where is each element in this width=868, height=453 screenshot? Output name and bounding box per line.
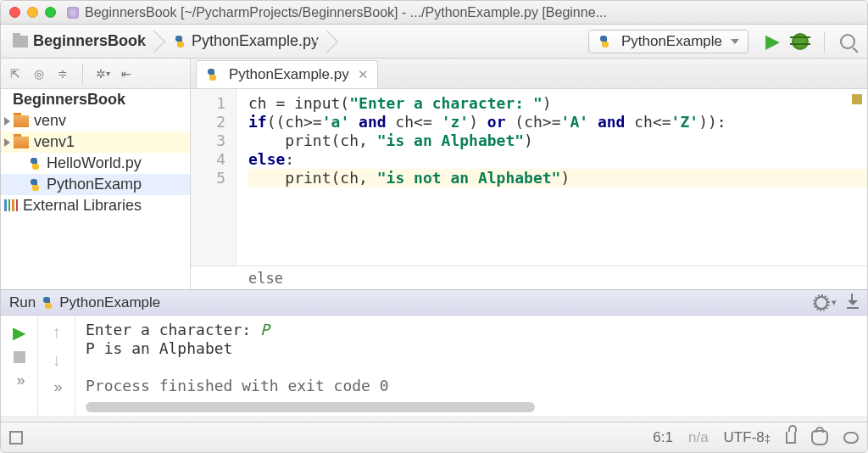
close-window-button[interactable] bbox=[9, 7, 20, 18]
debug-button[interactable] bbox=[792, 33, 809, 50]
run-tool-window: Run PythonExample ▾ ▶ » ↑ ↓ » Enter a ch… bbox=[1, 289, 867, 416]
run-header-title: Run bbox=[9, 294, 36, 311]
tree-external-libraries[interactable]: External Libraries bbox=[1, 195, 190, 216]
tree-file-helloworld[interactable]: HelloWorld.py bbox=[1, 153, 190, 174]
tree-item-label: venv bbox=[34, 112, 66, 130]
tree-item-label: venv1 bbox=[34, 133, 75, 151]
close-tab-icon[interactable]: ✕ bbox=[358, 67, 369, 82]
cursor-position[interactable]: 6:1 bbox=[653, 429, 673, 446]
editor-body[interactable]: 1 2 3 4 5 ch = input("Enter a character:… bbox=[191, 89, 867, 266]
editor-breadcrumb[interactable]: else bbox=[191, 266, 867, 289]
breadcrumb-file-label: PythonExample.py bbox=[192, 32, 319, 50]
rerun-button[interactable]: ▶ bbox=[13, 322, 25, 343]
editor-tab-label: PythonExample.py bbox=[229, 66, 349, 83]
line-separator[interactable]: n/a bbox=[688, 429, 709, 446]
settings-icon[interactable]: ✲▾ bbox=[95, 66, 110, 81]
python-file-icon bbox=[28, 178, 42, 192]
python-file-icon bbox=[41, 296, 54, 310]
run-header-config: PythonExample bbox=[59, 294, 160, 311]
window-controls bbox=[9, 7, 56, 18]
stop-button[interactable] bbox=[14, 351, 25, 363]
tree-root[interactable]: BeginnersBook bbox=[1, 89, 190, 110]
python-file-icon bbox=[598, 35, 611, 48]
console-prompt: Enter a character: bbox=[86, 321, 260, 338]
console-result: P is an Alphabet bbox=[86, 339, 857, 358]
expand-icon[interactable] bbox=[4, 117, 10, 126]
line-number: 3 bbox=[191, 131, 225, 150]
console-exit: Process finished with exit code 0 bbox=[86, 377, 857, 395]
run-config-label: PythonExample bbox=[621, 33, 722, 50]
gutter: 1 2 3 4 5 bbox=[191, 89, 236, 266]
python-file-icon bbox=[28, 157, 42, 171]
editor-tab[interactable]: PythonExample.py ✕ bbox=[196, 60, 378, 88]
hide-icon[interactable]: ⇤ bbox=[119, 66, 134, 81]
line-number: 4 bbox=[191, 150, 225, 169]
tree-file-pythonexample[interactable]: PythonExamp bbox=[1, 174, 190, 195]
editor-area: PythonExample.py ✕ 1 2 3 4 5 ch = input(… bbox=[191, 59, 867, 289]
folder-icon bbox=[13, 36, 28, 48]
chat-icon[interactable] bbox=[843, 432, 859, 444]
inspector-icon[interactable] bbox=[811, 430, 828, 445]
target-icon[interactable]: ◎ bbox=[31, 66, 47, 81]
run-controls-primary: ▶ » bbox=[1, 316, 38, 416]
lock-icon[interactable] bbox=[786, 432, 796, 444]
search-icon[interactable] bbox=[840, 34, 855, 49]
breadcrumb-file[interactable]: PythonExample.py bbox=[168, 29, 327, 53]
code-area[interactable]: ch = input("Enter a character: ") if((ch… bbox=[236, 89, 867, 266]
line-number: 1 bbox=[191, 94, 225, 113]
line-number: 2 bbox=[191, 113, 225, 131]
line-number: 5 bbox=[191, 169, 225, 187]
gear-icon[interactable] bbox=[815, 296, 828, 310]
down-button[interactable]: ↓ bbox=[53, 350, 61, 370]
tree-item-label: External Libraries bbox=[23, 197, 142, 215]
more-button[interactable]: » bbox=[16, 372, 21, 389]
console-input: P bbox=[260, 321, 270, 338]
breadcrumb-project[interactable]: BeginnersBook bbox=[8, 29, 154, 53]
folder-icon bbox=[14, 137, 29, 148]
expand-icon[interactable] bbox=[4, 138, 10, 147]
run-controls-secondary: ↑ ↓ » bbox=[38, 316, 75, 416]
tree-item-label: HelloWorld.py bbox=[47, 154, 142, 172]
tree-folder-venv[interactable]: venv bbox=[1, 110, 190, 131]
download-icon[interactable] bbox=[847, 297, 859, 309]
tree-root-label: BeginnersBook bbox=[13, 91, 125, 109]
app-icon bbox=[66, 6, 80, 20]
warning-marker[interactable] bbox=[852, 94, 862, 104]
project-tree: BeginnersBook venv venv1 HelloWorld.py P bbox=[1, 89, 190, 216]
encoding-selector[interactable]: UTF-8‡ bbox=[724, 429, 771, 446]
status-bar: 6:1 n/a UTF-8‡ bbox=[1, 422, 867, 452]
tree-folder-venv1[interactable]: venv1 bbox=[1, 131, 190, 153]
console-output[interactable]: Enter a character: P P is an Alphabet Pr… bbox=[75, 316, 867, 416]
horizontal-scrollbar[interactable] bbox=[86, 402, 535, 412]
chevron-down-icon bbox=[731, 39, 739, 44]
run-config-selector[interactable]: PythonExample bbox=[588, 30, 748, 53]
sidebar-toolbar: ⇱ ◎ ≑ ✲▾ ⇤ bbox=[1, 59, 190, 89]
zoom-window-button[interactable] bbox=[45, 7, 56, 18]
scroll-from-source-icon[interactable]: ⇱ bbox=[8, 66, 23, 81]
collapse-icon[interactable]: ≑ bbox=[55, 66, 70, 81]
up-button[interactable]: ↑ bbox=[53, 322, 61, 342]
more-button[interactable]: » bbox=[53, 378, 58, 396]
python-file-icon bbox=[173, 35, 186, 48]
python-file-icon bbox=[205, 68, 219, 81]
tree-item-label: PythonExamp bbox=[47, 176, 142, 193]
run-header: Run PythonExample ▾ bbox=[1, 290, 867, 316]
divider bbox=[82, 64, 83, 84]
breadcrumb-project-label: BeginnersBook bbox=[33, 32, 146, 50]
minimize-window-button[interactable] bbox=[27, 7, 38, 18]
libraries-icon bbox=[4, 199, 18, 213]
folder-icon bbox=[14, 115, 29, 127]
project-sidebar: ⇱ ◎ ≑ ✲▾ ⇤ BeginnersBook venv venv1 bbox=[1, 59, 191, 289]
navigation-bar: BeginnersBook PythonExample.py PythonExa… bbox=[1, 25, 867, 59]
editor-breadcrumb-label: else bbox=[248, 270, 283, 287]
divider bbox=[824, 31, 825, 52]
window-titlebar: BeginnersBook [~/PycharmProjects/Beginne… bbox=[1, 1, 867, 25]
tool-windows-icon[interactable] bbox=[9, 431, 23, 445]
window-title: BeginnersBook [~/PycharmProjects/Beginne… bbox=[85, 5, 607, 20]
run-button[interactable]: ▶ bbox=[765, 31, 780, 53]
editor-tabstrip: PythonExample.py ✕ bbox=[191, 59, 867, 89]
